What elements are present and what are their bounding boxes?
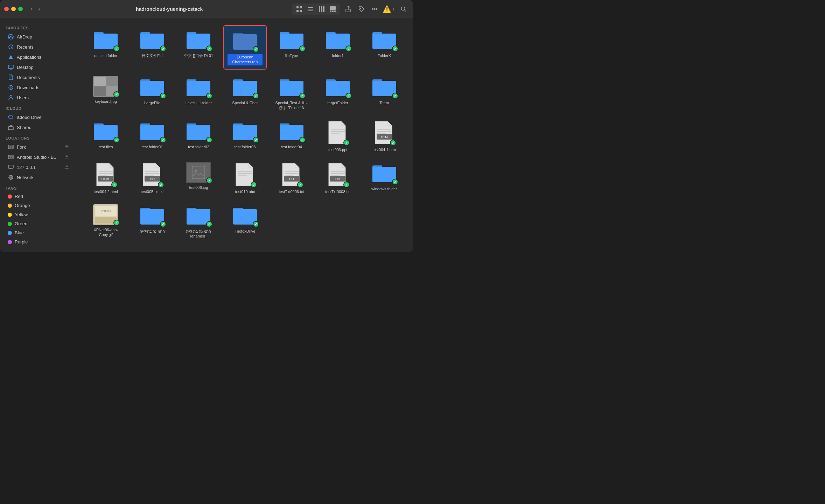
view-grid-button[interactable] <box>294 5 305 14</box>
eject-fork[interactable] <box>65 144 69 150</box>
file-item-test-folder03[interactable]: ✓test folder03 <box>223 116 267 156</box>
sidebar-item-documents[interactable]: Documents <box>2 72 75 82</box>
file-icon-chinese-dir: ✓ <box>186 29 211 51</box>
file-item-triofox[interactable]: ✓TriofoxDrive <box>223 201 267 242</box>
sidebar-item-green[interactable]: Green <box>2 219 75 228</box>
sidebar-item-airdrop[interactable]: AirDrop <box>2 32 75 42</box>
svg-rect-152 <box>373 168 396 182</box>
file-item-keyboard[interactable]: ✓keyboard.jpg <box>84 72 128 114</box>
svg-rect-103 <box>141 126 163 140</box>
file-item-targetfolder[interactable]: ✓targetFolder <box>316 72 360 114</box>
sidebar-label-green: Green <box>15 221 27 226</box>
check-badge-test-folder04: ✓ <box>299 137 306 143</box>
check-badge-triofox: ✓ <box>253 221 259 227</box>
file-item-untitled-folder[interactable]: ✓untitled folder <box>84 25 128 70</box>
file-icon-test-folder04: ✓ <box>279 120 304 142</box>
svg-rect-160 <box>187 210 210 224</box>
file-name-test-files: test files <box>99 144 113 149</box>
file-name-test005: test005.txt.txt <box>141 189 163 194</box>
file-item-chinese-dir[interactable]: ✓中文-[]目录 Dir01 <box>177 25 221 70</box>
more-options-button[interactable]: ••• <box>370 5 380 14</box>
svg-rect-20 <box>8 65 13 69</box>
file-item-test-folder02[interactable]: ✓test folder02 <box>177 116 221 156</box>
file-item-special-test[interactable]: ✓Special_Test & #+-@,(...'Folder' A <box>270 72 313 114</box>
sidebar-item-android-studio[interactable]: Android Studio - B... <box>2 152 75 162</box>
svg-rect-71 <box>373 34 396 48</box>
file-item-european-chars[interactable]: ✓European Characters ren <box>223 25 267 70</box>
sidebar-item-orange[interactable]: Orange <box>2 201 75 210</box>
file-item-test004-1[interactable]: HTM ✓test004.1.htm <box>362 116 406 156</box>
file-item-folder1[interactable]: ✓folder1 <box>316 25 360 70</box>
svg-rect-59 <box>234 35 256 49</box>
file-item-special-char[interactable]: ✓Special & Char <box>223 72 267 114</box>
file-item-test005[interactable]: TXT ✓test005.txt.txt <box>131 158 174 198</box>
file-name-level1folder: Level + 1 folder <box>186 100 212 105</box>
file-item-test004-2[interactable]: HTML ✓test004.2.html <box>84 158 128 198</box>
file-item-test010[interactable]: ✓test010.abc <box>223 158 267 198</box>
sidebar-item-purple[interactable]: Purple <box>2 237 75 246</box>
file-icon-windows-folder: ✓ <box>372 162 397 184</box>
sidebar-item-icloud-drive[interactable]: iCloud Drive <box>2 112 75 122</box>
file-item-windows-folder[interactable]: ✓windows folder <box>362 158 406 198</box>
file-item-testtxt0006[interactable]: TXT ✓testTxt0006.txt <box>270 158 313 198</box>
file-item-hatmuna-renamed[interactable]: ✓התמונה בתיקייה renamed_ <box>177 201 221 242</box>
svg-rect-164 <box>234 210 256 224</box>
sidebar-item-red[interactable]: Red <box>2 192 75 201</box>
sidebar-item-downloads[interactable]: Downloads <box>2 83 75 92</box>
file-item-test-folder04[interactable]: ✓test folder04 <box>270 116 313 156</box>
sidebar-label-desktop: Desktop <box>17 65 34 70</box>
eject-android-studio[interactable] <box>65 154 69 160</box>
sidebar-item-yellow[interactable]: Yellow <box>2 210 75 219</box>
file-item-japanese-fld[interactable]: ✓日文文件Fld <box>131 25 174 70</box>
sidebar-item-applications[interactable]: Applications <box>2 52 75 62</box>
sidebar-item-recents[interactable]: Recents <box>2 42 75 52</box>
sidebar-label-airdrop: AirDrop <box>17 34 32 40</box>
file-item-testtxt0008[interactable]: TXT ✓testTxt0008.txt <box>316 158 360 198</box>
sidebar-item-shared[interactable]: Shared <box>2 122 75 132</box>
file-item-filetype[interactable]: ✓fileType <box>270 25 313 70</box>
view-columns-button[interactable] <box>316 5 327 14</box>
forward-button[interactable]: › <box>36 4 42 14</box>
share-button[interactable] <box>343 5 354 14</box>
sidebar-item-blue[interactable]: Blue <box>2 228 75 237</box>
file-item-folderx[interactable]: ✓FolderX <box>362 25 406 70</box>
close-button[interactable] <box>4 7 9 11</box>
back-button[interactable]: ‹ <box>28 4 35 14</box>
view-gallery-button[interactable] <box>328 5 338 14</box>
svg-rect-67 <box>327 34 349 48</box>
file-icon-japanese-fld: ✓ <box>140 29 165 51</box>
file-item-team[interactable]: ✓Team <box>362 72 406 114</box>
file-item-hatmuna-bteikia[interactable]: ✓התמונה בתיקייה <box>131 201 174 242</box>
file-item-largefile[interactable]: ✓LargeFile <box>131 72 174 114</box>
maximize-button[interactable] <box>18 7 23 11</box>
sidebar-item-fork[interactable]: Fork <box>2 142 75 152</box>
view-list-button[interactable] <box>305 5 316 14</box>
file-item-level1folder[interactable]: ✓Level + 1 folder <box>177 72 221 114</box>
file-icon-test004-2: HTML ✓ <box>95 162 116 187</box>
sidebar-item-network[interactable]: Network <box>2 172 75 182</box>
file-item-xpnet06[interactable]: XPNet06 ✓XPNet06-apo-Copy.gif <box>84 201 128 242</box>
tag-dot-yellow <box>8 213 12 217</box>
svg-point-24 <box>10 95 12 98</box>
file-item-test-files[interactable]: ✓test files <box>84 116 128 156</box>
file-icon-test005: TXT ✓ <box>142 162 163 187</box>
documents-icon <box>8 74 14 80</box>
file-item-test003[interactable]: ✓test003.ppt <box>316 116 360 156</box>
file-item-test006[interactable]: ✓test006.jpg <box>177 158 221 198</box>
file-icon-special-test: ✓ <box>279 76 304 98</box>
sidebar-item-users[interactable]: Users <box>2 93 75 102</box>
check-badge-targetfolder: ✓ <box>345 93 352 99</box>
eject-127001[interactable] <box>65 164 69 170</box>
tag-button[interactable] <box>356 5 367 14</box>
minimize-button[interactable] <box>11 7 16 11</box>
search-button[interactable] <box>398 5 409 14</box>
sidebar-label-yellow: Yellow <box>15 212 28 217</box>
svg-rect-75 <box>141 81 163 95</box>
svg-rect-111 <box>234 126 256 140</box>
warning-button[interactable]: ⚠️ <box>383 5 396 13</box>
file-item-test-folder01[interactable]: ✓test folder01 <box>131 116 174 156</box>
file-icon-level1folder: ✓ <box>186 76 211 98</box>
svg-rect-83 <box>234 81 256 95</box>
sidebar-item-127001[interactable]: 127.0.0.1 <box>2 162 75 172</box>
sidebar-item-desktop[interactable]: Desktop <box>2 62 75 72</box>
